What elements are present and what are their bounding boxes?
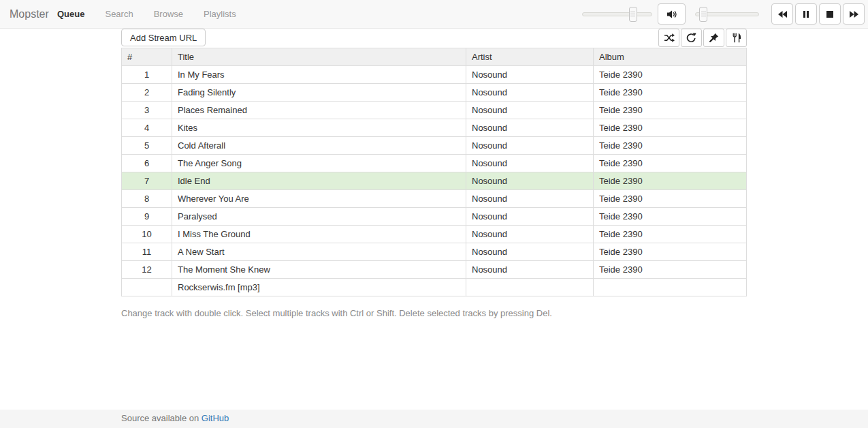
cell-num[interactable]: 3 (122, 102, 172, 119)
main-content: Add Stream URL (121, 29, 747, 318)
cell-album[interactable]: Teide 2390 (594, 172, 747, 190)
next-track-button[interactable] (843, 3, 865, 25)
nav-item-playlists[interactable]: Playlists (193, 0, 246, 28)
grip-lines-icon (630, 12, 635, 17)
queue-row[interactable]: 10I Miss The GroundNosoundTeide 2390 (122, 226, 747, 243)
cell-title[interactable]: The Moment She Knew (172, 261, 466, 279)
brand-mopster[interactable]: Mopster (10, 0, 49, 28)
queue-row[interactable]: 3Places RemainedNosoundTeide 2390 (122, 102, 747, 119)
cell-artist[interactable] (466, 279, 594, 296)
cell-num[interactable]: 10 (122, 226, 172, 243)
queue-row[interactable]: 6The Anger SongNosoundTeide 2390 (122, 155, 747, 172)
column-header-album: Album (594, 48, 747, 66)
queue-row[interactable]: 1In My FearsNosoundTeide 2390 (122, 66, 747, 84)
cell-title[interactable]: Kites (172, 119, 466, 137)
queue-row[interactable]: 4KitesNosoundTeide 2390 (122, 119, 747, 137)
queue-row[interactable]: 11A New StartNosoundTeide 2390 (122, 243, 747, 261)
cell-num[interactable]: 11 (122, 243, 172, 261)
main-nav: Queue Search Browse Playlists (47, 0, 246, 28)
cell-num[interactable]: 6 (122, 155, 172, 172)
stop-icon (826, 10, 834, 18)
cell-num[interactable]: 4 (122, 119, 172, 137)
cell-album[interactable]: Teide 2390 (594, 208, 747, 226)
cell-artist[interactable]: Nosound (466, 155, 594, 172)
cell-title[interactable]: The Anger Song (172, 155, 466, 172)
cell-num[interactable]: 2 (122, 84, 172, 102)
cell-num[interactable]: 7 (122, 172, 172, 190)
queue-row[interactable]: Rockserwis.fm [mp3] (122, 279, 747, 296)
cell-num[interactable]: 8 (122, 190, 172, 208)
queue-table-body: 1In My FearsNosoundTeide 23902Fading Sil… (122, 66, 747, 296)
cell-artist[interactable]: Nosound (466, 137, 594, 155)
previous-track-button[interactable] (771, 3, 793, 25)
volume-up-icon (666, 10, 677, 19)
repeat-button[interactable] (681, 29, 702, 47)
cell-title[interactable]: Places Remained (172, 102, 466, 119)
cell-artist[interactable]: Nosound (466, 243, 594, 261)
cell-num[interactable]: 12 (122, 261, 172, 279)
cell-title[interactable]: Wherever You Are (172, 190, 466, 208)
cell-album[interactable]: Teide 2390 (594, 190, 747, 208)
cell-album[interactable]: Teide 2390 (594, 119, 747, 137)
cell-title[interactable]: Fading Silently (172, 84, 466, 102)
cell-num[interactable]: 5 (122, 137, 172, 155)
consume-button[interactable] (726, 29, 747, 47)
cell-title[interactable]: In My Fears (172, 66, 466, 84)
cell-title[interactable]: Paralysed (172, 208, 466, 226)
cell-title[interactable]: Idle End (172, 172, 466, 190)
cell-artist[interactable]: Nosound (466, 261, 594, 279)
queue-row[interactable]: 8Wherever You AreNosoundTeide 2390 (122, 190, 747, 208)
cutlery-icon (732, 33, 741, 43)
cell-album[interactable]: Teide 2390 (594, 84, 747, 102)
shuffle-button[interactable] (658, 29, 679, 47)
cell-title[interactable]: Rockserwis.fm [mp3] (172, 279, 466, 296)
cell-artist[interactable]: Nosound (466, 226, 594, 243)
footer-text: Source available on (121, 413, 199, 423)
stop-button[interactable] (819, 3, 841, 25)
seek-slider[interactable] (582, 12, 652, 16)
queue-row[interactable]: 7Idle EndNosoundTeide 2390 (122, 172, 747, 190)
nav-item-queue[interactable]: Queue (47, 0, 95, 28)
cell-title[interactable]: I Miss The Ground (172, 226, 466, 243)
seek-slider-handle[interactable] (629, 7, 637, 22)
playback-mode-group (658, 29, 747, 47)
volume-slider[interactable] (695, 12, 759, 16)
queue-row[interactable]: 5Cold AfterallNosoundTeide 2390 (122, 137, 747, 155)
cell-artist[interactable]: Nosound (466, 66, 594, 84)
nav-item-search[interactable]: Search (95, 0, 143, 28)
queue-controls-row: Add Stream URL (121, 29, 747, 47)
cell-title[interactable]: Cold Afterall (172, 137, 466, 155)
cell-num[interactable] (122, 279, 172, 296)
cell-album[interactable]: Teide 2390 (594, 261, 747, 279)
cell-album[interactable]: Teide 2390 (594, 137, 747, 155)
cell-album[interactable]: Teide 2390 (594, 226, 747, 243)
cell-artist[interactable]: Nosound (466, 119, 594, 137)
cell-artist[interactable]: Nosound (466, 84, 594, 102)
cell-artist[interactable]: Nosound (466, 172, 594, 190)
queue-row[interactable]: 2Fading SilentlyNosoundTeide 2390 (122, 84, 747, 102)
pause-button[interactable] (795, 3, 817, 25)
cell-album[interactable]: Teide 2390 (594, 155, 747, 172)
cell-album[interactable]: Teide 2390 (594, 243, 747, 261)
navbar: Mopster Queue Search Browse Playlists (0, 0, 868, 29)
cell-title[interactable]: A New Start (172, 243, 466, 261)
mute-button[interactable] (658, 3, 686, 25)
queue-row[interactable]: 9ParalysedNosoundTeide 2390 (122, 208, 747, 226)
footer: Source available on GitHub (0, 410, 868, 428)
add-stream-url-button[interactable]: Add Stream URL (121, 29, 206, 46)
cell-artist[interactable]: Nosound (466, 190, 594, 208)
cell-album[interactable]: Teide 2390 (594, 102, 747, 119)
cell-album[interactable] (594, 279, 747, 296)
pin-button[interactable] (703, 29, 724, 47)
nav-item-browse[interactable]: Browse (144, 0, 193, 28)
cell-artist[interactable]: Nosound (466, 208, 594, 226)
grip-lines-icon (701, 12, 706, 17)
cell-artist[interactable]: Nosound (466, 102, 594, 119)
volume-slider-handle[interactable] (699, 7, 707, 22)
github-link[interactable]: GitHub (202, 413, 229, 423)
queue-row[interactable]: 12The Moment She KnewNosoundTeide 2390 (122, 261, 747, 279)
cell-album[interactable]: Teide 2390 (594, 66, 747, 84)
cell-num[interactable]: 9 (122, 208, 172, 226)
cell-num[interactable]: 1 (122, 66, 172, 84)
pin-icon (709, 33, 719, 43)
